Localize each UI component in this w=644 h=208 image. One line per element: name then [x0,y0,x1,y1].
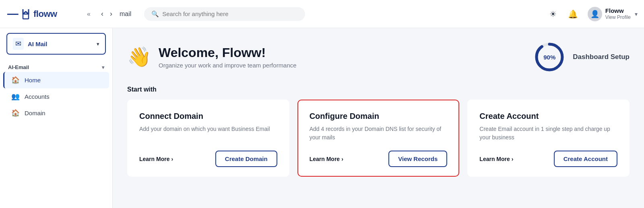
collapse-button[interactable]: « [84,8,94,20]
nav-arrows: ‹ › [99,8,115,20]
user-section[interactable]: 👤 Floww View Profile ▾ [588,7,638,21]
wave-icon: 👋 [127,46,151,68]
learn-more-arrow-icon: › [171,156,173,162]
configure-domain-desc: Add 4 records in your Domain DNS list fo… [310,125,448,142]
card-configure-domain: Configure Domain Add 4 records in your D… [297,100,460,177]
create-domain-button[interactable]: Create Domain [215,151,277,167]
domain-icon: 🏠 [11,109,20,117]
connect-domain-desc: Add your domain on which you want Busine… [139,125,277,142]
card-create-account: Create Account Create Email account in 1… [467,100,630,177]
connect-domain-learn-more[interactable]: Learn More › [139,156,173,162]
avatar: 👤 [588,7,602,21]
create-account-desc: Create Email account in 1 single step an… [479,125,617,142]
logo-svg [21,8,30,20]
home-icon: 🏠 [11,76,20,84]
module-chevron-icon: ▾ [97,41,99,47]
breadcrumb-text: mail [120,10,131,18]
configure-domain-learn-more[interactable]: Learn More › [310,156,343,162]
sidebar: ✉ AI Mail ▾ AI-Email ▾ 🏠 Home 👥 Accounts… [0,28,113,208]
user-name: Floww [605,7,631,14]
create-account-actions: Learn More › Create Account [479,151,617,167]
start-with-label: Start with [127,86,630,93]
card-connect-domain: Connect Domain Add your domain on which … [127,100,289,177]
accounts-icon: 👥 [11,92,20,101]
learn-more-arrow-icon-3: › [512,156,514,162]
create-account-learn-more[interactable]: Learn More › [479,156,513,162]
svg-rect-0 [23,14,29,19]
connect-domain-title: Connect Domain [139,112,277,121]
configure-domain-actions: Learn More › View Records [310,151,448,167]
logo-icon: ⸻ [6,7,18,20]
sidebar-item-accounts-label: Accounts [25,93,50,100]
sidebar-item-home-label: Home [25,77,41,84]
sidebar-section-header[interactable]: AI-Email ▾ [0,61,112,72]
cards-row: Connect Domain Add your domain on which … [127,100,630,177]
module-selector[interactable]: ✉ AI Mail ▾ [6,33,106,55]
sidebar-section-chevron-icon: ▾ [102,65,104,70]
search-icon: 🔍 [151,10,159,18]
module-icon: ✉ [13,38,24,50]
forward-button[interactable]: › [107,8,115,20]
progress-text: 90% [543,54,555,61]
module-label: AI Mail [28,41,93,47]
configure-domain-title: Configure Domain [310,112,448,121]
back-button[interactable]: ‹ [99,8,106,20]
create-account-button[interactable]: Create Account [554,151,617,167]
create-account-title: Create Account [479,112,617,121]
theme-toggle-button[interactable]: ☀ [548,8,558,20]
search-input[interactable] [162,10,298,17]
logo: ⸻ floww [6,7,79,20]
dashboard-setup-label: Dashboard Setup [573,53,630,61]
welcome-header: 👋 Welcome, Floww! Organize your work and… [127,41,630,73]
learn-more-arrow-icon-2: › [341,156,343,162]
logo-text: floww [33,9,57,19]
user-name-block: Floww View Profile [605,7,631,20]
user-chevron-icon: ▾ [635,11,638,17]
welcome-text: Welcome, Floww! Organize your work and i… [159,45,297,69]
user-subtext: View Profile [605,14,631,20]
sidebar-section-label-text: AI-Email [8,64,29,70]
welcome-left: 👋 Welcome, Floww! Organize your work and… [127,45,297,69]
sidebar-item-domain-label: Domain [25,110,45,116]
welcome-subtitle: Organize your work and improve team perf… [159,62,297,69]
sidebar-item-domain[interactable]: 🏠 Domain [3,105,109,121]
main-content: 👋 Welcome, Floww! Organize your work and… [113,28,644,208]
layout: ✉ AI Mail ▾ AI-Email ▾ 🏠 Home 👥 Accounts… [0,28,644,208]
dashboard-setup: 90% Dashboard Setup [533,41,630,73]
top-nav: ⸻ floww « ‹ › mail 🔍 ☀ 🔔 👤 Floww View Pr… [0,0,644,28]
welcome-title: Welcome, Floww! [159,45,297,60]
search-bar: 🔍 [144,7,305,21]
sidebar-item-accounts[interactable]: 👥 Accounts [3,88,109,105]
view-records-button[interactable]: View Records [388,151,447,167]
nav-right: ☀ 🔔 👤 Floww View Profile ▾ [548,7,638,21]
progress-ring-container: 90% [533,41,566,73]
connect-domain-actions: Learn More › Create Domain [139,151,277,167]
sidebar-item-home[interactable]: 🏠 Home [3,72,109,88]
notifications-button[interactable]: 🔔 [566,8,580,20]
